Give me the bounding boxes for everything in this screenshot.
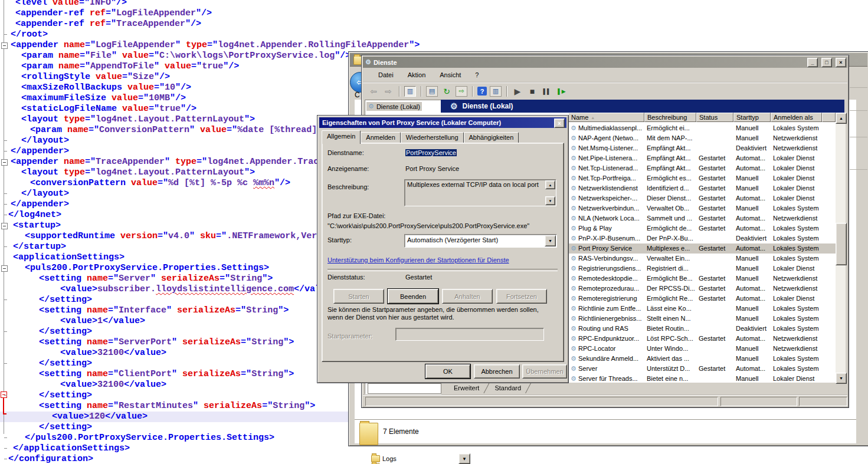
fold-collapse-icon[interactable]: [1, 265, 8, 272]
table-row[interactable]: ⚙ NAP-Agent (Netwo...Mit dem NAP-...Manu…: [568, 133, 836, 143]
tab-anmelden[interactable]: Anmelden: [361, 132, 401, 143]
fold-collapse-icon[interactable]: [1, 42, 8, 49]
services-titlebar[interactable]: ⚙ Dienste _ □ ×: [363, 57, 847, 68]
table-row[interactable]: ⚙ RPC-Endpunktzuor...Löst RPC-Sch...Gest…: [568, 334, 836, 344]
pause-service-icon[interactable]: ▌▌: [541, 85, 553, 97]
column-header-name[interactable]: Name▲: [568, 113, 644, 122]
cancel-button[interactable]: Abbrechen: [474, 364, 520, 379]
cell-name: ⚙ Netzwerklistendienst: [568, 183, 644, 193]
column-header-beschreibung[interactable]: Beschreibung: [644, 113, 696, 122]
properties-icon[interactable]: ▤: [426, 86, 438, 97]
stop-service-icon[interactable]: ■: [526, 85, 538, 97]
view-tab-standard[interactable]: Standard: [485, 383, 530, 393]
dialog-close-button[interactable]: ×: [554, 119, 565, 128]
help-icon[interactable]: ?: [477, 87, 487, 96]
refresh-icon[interactable]: ↻: [441, 85, 453, 97]
maximize-button[interactable]: □: [821, 58, 832, 67]
table-row[interactable]: ⚙ PnP-X-IP-Busenum...Der PnP-X-Bu...Deak…: [568, 233, 836, 243]
start-service-icon[interactable]: ▶: [512, 85, 523, 97]
table-row[interactable]: ⚙ Richtlinienergebniss...Stellt einen N.…: [568, 314, 836, 324]
close-button[interactable]: ×: [836, 58, 846, 67]
table-row[interactable]: ⚙ Remotedesktopdie...Ermöglicht Be...Ges…: [568, 274, 836, 284]
start-type-select[interactable]: Automatisch (Verzögerter Start) ▼: [404, 234, 557, 248]
column-header-starttyp[interactable]: Starttyp: [733, 113, 771, 122]
description-scroll-down[interactable]: ▼: [545, 196, 555, 205]
restart-service-icon[interactable]: ▌▶: [556, 85, 568, 97]
description-scroll-up[interactable]: ▲: [545, 180, 555, 189]
cell: Manuell: [733, 374, 771, 383]
tab-allgemein[interactable]: Allgemein: [322, 130, 361, 144]
menu-item-aktion[interactable]: Aktion: [408, 71, 426, 78]
extended-view-icon[interactable]: ▥: [490, 86, 502, 97]
tree-item-dienste-lokal[interactable]: ⚙ Dienste (Lokal): [366, 102, 422, 111]
services-scrollbar[interactable]: ▲ ▼: [836, 113, 846, 383]
properties-dialog: Eigenschaften von Port Proxy Service (Lo…: [317, 115, 569, 383]
service-status-value: Gestartet: [405, 274, 432, 281]
cell: Gestartet: [696, 203, 733, 213]
combo-dropdown-button[interactable]: ▼: [545, 235, 556, 246]
fold-collapse-icon[interactable]: [1, 159, 8, 166]
fold-tick: [4, 34, 7, 35]
table-row[interactable]: ⚙ Net.Msmq-Listener...Empfängt Akt...Dea…: [568, 143, 836, 153]
menu-item-datei[interactable]: Datei: [378, 71, 394, 78]
table-row[interactable]: ⚙ RPC-LocatorUnter Windo...ManuellNetzwe…: [568, 344, 836, 354]
table-row[interactable]: ⚙ Port Proxy ServiceMultiplexes e...Gest…: [568, 243, 836, 254]
column-header-anmeldenals[interactable]: Anmelden als: [771, 113, 822, 122]
table-row[interactable]: ⚙ Net.Pipe-Listenera...Empfängt Akt...Ge…: [568, 153, 836, 163]
tab-abhngigkeiten[interactable]: Abhängigkeiten: [464, 132, 519, 143]
export-list-icon[interactable]: ⇨: [456, 86, 467, 97]
show-hide-console-tree-icon[interactable]: ▥: [404, 86, 416, 97]
cell: Identifiziert d...: [644, 183, 696, 193]
table-row[interactable]: ⚙ Plug & PlayErmöglicht de...GestartetAu…: [568, 223, 836, 233]
menu-item-ansicht[interactable]: Ansicht: [440, 71, 461, 78]
gear-icon: ⚙: [450, 101, 458, 111]
back-icon[interactable]: ⇦: [368, 85, 379, 97]
view-tab-erweitert[interactable]: Erweitert: [444, 383, 489, 393]
cell: Lokales System: [771, 223, 822, 233]
table-row[interactable]: ⚙ NetzwerklistendienstIdentifiziert d...…: [568, 183, 836, 193]
cell: Lokales System: [771, 254, 822, 264]
dialog-titlebar[interactable]: Eigenschaften von Port Proxy Service (Lo…: [319, 117, 566, 128]
anhalten-button[interactable]: Anhalten: [442, 289, 493, 304]
table-row[interactable]: ⚙ Netzwerkspeicher-...Dieser Dienst...Ge…: [568, 193, 836, 203]
table-row[interactable]: ⚙ Registrierungsdiens...Registriert di..…: [568, 264, 836, 274]
description-field[interactable]: Multiplexes external TCP/IP data on loca…: [404, 179, 556, 206]
menu-item-[interactable]: ?: [475, 71, 479, 78]
table-row[interactable]: ⚙ ServerUnterstützt D...GestartetAutomat…: [568, 364, 836, 374]
fold-tick: [4, 459, 7, 459]
table-row[interactable]: ⚙ RAS-Verbindungsv...Verwaltet Ein...Man…: [568, 254, 836, 264]
startup-options-help-link[interactable]: Unterstützung beim Konfigurieren der Sta…: [327, 256, 509, 264]
cell: Lokales System: [771, 123, 822, 133]
fortsetzen-button[interactable]: Fortsetzen: [496, 289, 547, 304]
tab-wiederherstellung[interactable]: Wiederherstellung: [401, 132, 464, 143]
starten-button[interactable]: Starten: [333, 289, 384, 304]
table-row[interactable]: ⚙ NLA (Network Loca...Sammelt und ...Ges…: [568, 213, 836, 223]
table-row[interactable]: ⚙ Net.Tcp-Listenerad...Empfängt Akt...Ge…: [568, 163, 836, 173]
table-row[interactable]: ⚙ Multimediaklassenpl...Ermöglicht ei...…: [568, 123, 836, 133]
table-row[interactable]: ⚙ Remoteprozedurau...Der RPCSS-Di...Gest…: [568, 284, 836, 294]
table-row[interactable]: ⚙ Routing und RASBietet Routin...Deaktiv…: [568, 324, 836, 334]
start-parameters-input[interactable]: [395, 328, 544, 341]
fold-collapse-icon[interactable]: [1, 223, 8, 229]
forward-icon[interactable]: ⇨: [382, 85, 394, 97]
table-row[interactable]: ⚙ RemoteregistrierungErmöglicht Re...Ges…: [568, 294, 836, 304]
table-row[interactable]: ⚙ Sekundäre Anmeld...Aktiviert das ...Ma…: [568, 354, 836, 364]
column-header-status[interactable]: Status: [696, 113, 733, 122]
service-gear-icon: ⚙: [571, 365, 577, 372]
apply-button[interactable]: Übernehmen: [522, 364, 567, 379]
table-row[interactable]: ⚙ Net.Tcp-Portfreiga...Ermöglicht es...G…: [568, 173, 836, 183]
explorer-combo-dropdown-button[interactable]: ▼: [458, 453, 470, 464]
cell: Netzwerkdienst: [771, 133, 822, 143]
beenden-button[interactable]: Beenden: [388, 289, 438, 304]
code-fold-margin[interactable]: [0, 0, 8, 464]
cell: Lokaler Dienst: [771, 374, 822, 383]
table-row[interactable]: ⚙ Richtlinie zum Entfe...Lässt eine Ko..…: [568, 304, 836, 314]
ok-button[interactable]: OK: [425, 364, 470, 379]
scroll-thumb[interactable]: [836, 223, 847, 265]
cell-name: ⚙ Net.Tcp-Portfreiga...: [568, 173, 644, 183]
table-row[interactable]: ⚙ Netzwerkverbindun...Verwaltet Ob...Ges…: [568, 203, 836, 213]
minimize-button[interactable]: _: [807, 58, 818, 67]
scroll-down-button[interactable]: ▼: [836, 373, 847, 384]
scroll-up-button[interactable]: ▲: [836, 113, 847, 124]
table-row[interactable]: ⚙ Server für Threads...Bietet eine n...M…: [568, 374, 836, 383]
